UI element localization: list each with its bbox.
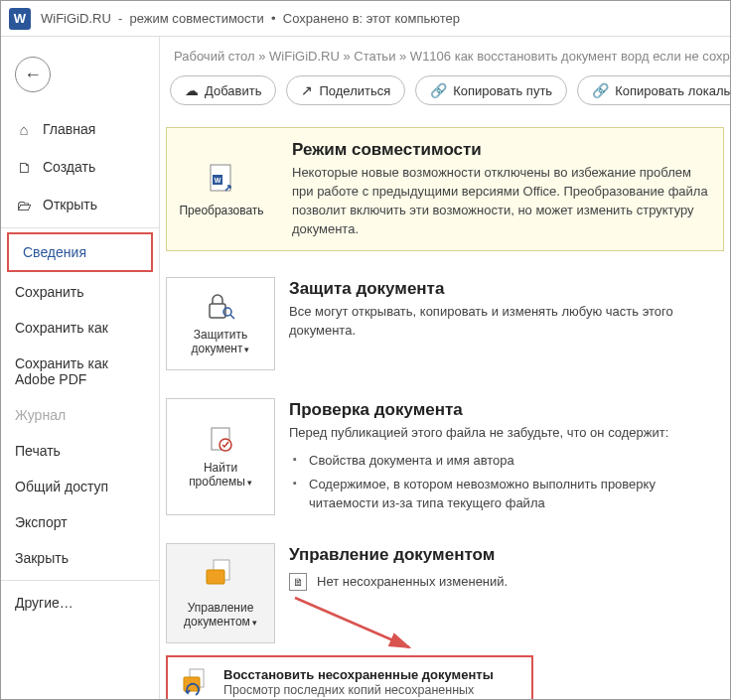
protect-document-button[interactable]: Защитить документ▾ [166,277,275,370]
window-title: WiFiGiD.RU - режим совместимости • Сохра… [41,11,460,26]
sidebar-item-close[interactable]: Закрыть [1,540,159,576]
compat-mode-label: режим совместимости [130,11,264,26]
sidebar-item-label: Главная [43,121,95,137]
main-panel: Рабочий стол » WiFiGiD.RU » Статьи » W11… [160,37,730,699]
doc-name: WiFiGiD.RU [41,11,111,26]
word-doc-convert-icon: W [204,162,239,198]
recover-desc: Просмотр последних копий несохраненных ф… [223,682,517,699]
svg-rect-9 [207,570,224,584]
btn-label: Преобразовать [179,204,263,217]
share-icon: ↗ [301,82,313,98]
no-unsaved-text: Нет несохраненных изменений. [317,574,508,589]
action-row: ☁ Добавить ↗ Поделиться 🔗 Копировать пут… [166,75,724,105]
manage-document-button[interactable]: Управление документом▾ [166,543,275,643]
sidebar-item-history: Журнал [1,397,159,433]
sidebar-item-more[interactable]: Другие… [1,585,159,621]
manage-title: Управление документом [289,545,724,565]
btn-label: Копировать путь [453,83,552,98]
sidebar: ← ⌂ Главная 🗋 Создать 🗁 Открыть Сведения… [1,37,160,699]
doc-small-icon: 🗎 [289,573,307,591]
btn-label: Защитить документ▾ [173,328,268,355]
compat-body: Режим совместимости Некоторые новые возм… [276,128,723,250]
lock-search-icon [204,292,237,322]
inspect-desc: Перед публикацией этого файла не забудьт… [289,424,724,443]
recover-title: Восстановить несохраненные документы [223,667,517,682]
inspect-body: Проверка документа Перед публикацией это… [289,398,724,514]
sidebar-item-label: Журнал [15,407,66,423]
protect-body: Защита документа Все могут открывать, ко… [289,277,724,370]
arrow-left-icon: ← [24,65,42,85]
folder-restore-icon [182,667,212,699]
sidebar-item-label: Печать [15,443,61,459]
manage-section: Управление документом▾ Управление докуме… [166,543,724,643]
sidebar-item-label: Сохранить как [15,320,108,336]
svg-line-5 [230,315,234,319]
svg-text:W: W [215,177,221,184]
word-app-icon: W [9,8,31,30]
inspect-section: Найти проблемы▾ Проверка документа Перед… [166,398,724,514]
sidebar-item-label: Общий доступ [15,479,108,494]
sidebar-item-open[interactable]: 🗁 Открыть [1,186,159,223]
compat-title: Режим совместимости [292,140,711,160]
upload-cloud-icon: ☁ [185,82,199,98]
inspect-bullet: Свойства документа и имя автора [289,449,724,473]
chevron-down-icon: ▾ [252,618,257,628]
protect-title: Защита документа [289,279,724,299]
open-folder-icon: 🗁 [15,196,33,213]
btn-label: Копировать локальный путь [615,83,730,98]
sidebar-item-label: Закрыть [15,550,69,566]
recover-unsaved-menuitem[interactable]: Восстановить несохраненные документы Про… [166,655,533,699]
compat-card: W Преобразовать Режим совместимости Неко… [166,127,724,251]
chevron-down-icon: ▾ [247,478,252,488]
breadcrumb: Рабочий стол » WiFiGiD.RU » Статьи » W11… [166,47,724,75]
title-bar: W WiFiGiD.RU - режим совместимости • Сох… [1,1,730,37]
sidebar-item-label: Экспорт [15,514,68,530]
sidebar-item-share[interactable]: Общий доступ [1,469,159,504]
add-button[interactable]: ☁ Добавить [170,75,276,105]
sidebar-item-label: Открыть [43,197,97,212]
convert-button[interactable]: W Преобразовать [167,128,276,250]
sidebar-item-label: Создать [43,159,95,175]
sidebar-item-info[interactable]: Сведения [7,232,153,272]
back-button[interactable]: ← [15,57,51,92]
manage-body: Управление документом 🗎 Нет несохраненны… [289,543,724,643]
saved-location: Сохранено в: этот компьютер [283,11,460,26]
recover-text: Восстановить несохраненные документы Про… [223,667,517,699]
sidebar-item-print[interactable]: Печать [1,433,159,469]
link-icon: 🔗 [430,82,447,98]
no-unsaved-row: 🗎 Нет несохраненных изменений. [289,573,724,591]
home-icon: ⌂ [15,120,33,138]
sidebar-item-save[interactable]: Сохранить [1,274,159,310]
sidebar-item-label: Другие… [15,595,73,611]
inspect-bullet: Содержимое, в котором невозможно выполни… [289,473,724,514]
sidebar-item-save-pdf[interactable]: Сохранить как Adobe PDF [1,346,159,397]
btn-label: Найти проблемы▾ [173,461,268,489]
sidebar-item-save-as[interactable]: Сохранить как [1,310,159,346]
copy-path-button[interactable]: 🔗 Копировать путь [415,75,567,105]
btn-label: Управление документом▾ [173,601,268,629]
btn-label: Поделиться [319,83,390,98]
link-icon: 🔗 [592,82,609,98]
sidebar-item-home[interactable]: ⌂ Главная [1,110,159,148]
content-area: ← ⌂ Главная 🗋 Создать 🗁 Открыть Сведения… [1,37,730,699]
protect-desc: Все могут открывать, копировать и изменя… [289,303,724,341]
protect-section: Защитить документ▾ Защита документа Все … [166,277,724,370]
divider [1,580,159,581]
compat-desc: Некоторые новые возможности отключены во… [292,164,711,238]
share-button[interactable]: ↗ Поделиться [286,75,405,105]
doc-check-icon [206,425,235,455]
copy-local-path-button[interactable]: 🔗 Копировать локальный путь [577,75,730,105]
btn-label: Добавить [205,83,261,98]
divider [1,227,159,228]
inspect-document-button[interactable]: Найти проблемы▾ [166,398,275,514]
chevron-down-icon: ▾ [244,345,249,354]
sidebar-item-export[interactable]: Экспорт [1,504,159,540]
inspect-bullets: Свойства документа и имя автора Содержим… [289,449,724,515]
svg-point-4 [223,308,231,316]
sidebar-item-label: Сведения [23,244,86,260]
sidebar-item-new[interactable]: 🗋 Создать [1,148,159,186]
inspect-title: Проверка документа [289,400,724,420]
sidebar-item-label: Сохранить [15,284,84,300]
folder-doc-icon [204,558,237,595]
sidebar-item-label: Сохранить как Adobe PDF [15,355,145,387]
